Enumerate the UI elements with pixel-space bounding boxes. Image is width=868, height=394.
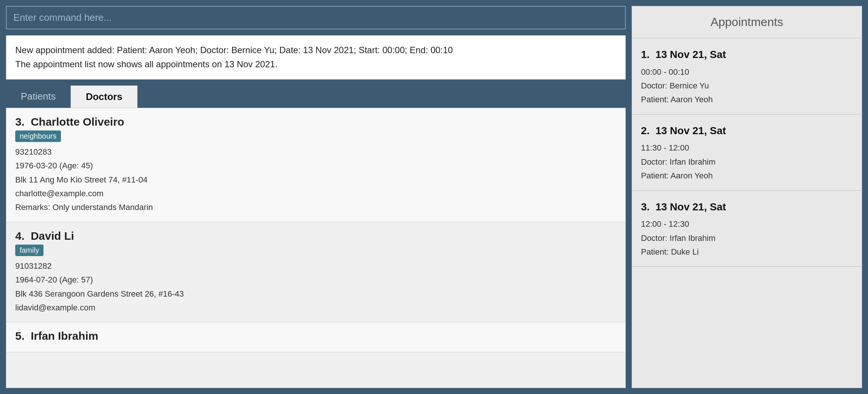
appointment-header: 1. 13 Nov 21, Sat bbox=[641, 46, 853, 64]
output-line2: The appointment list now shows all appoi… bbox=[15, 57, 616, 71]
appointment-item: 1. 13 Nov 21, Sat 00:00 - 00:10 Doctor: … bbox=[632, 38, 862, 114]
output-box: New appointment added: Patient: Aaron Ye… bbox=[6, 35, 626, 80]
list-item: 5. Irfan Ibrahim bbox=[6, 322, 625, 352]
doctor-detail: 91031282 bbox=[15, 259, 616, 273]
doctor-detail: 1964-07-20 (Age: 57) bbox=[15, 273, 616, 287]
tab-doctors[interactable]: Doctors bbox=[71, 85, 137, 108]
appointment-item: 3. 13 Nov 21, Sat 12:00 - 12:30 Doctor: … bbox=[632, 191, 862, 267]
appointment-patient: Patient: Aaron Yeoh bbox=[641, 169, 853, 183]
tabs: Patients Doctors bbox=[6, 85, 626, 108]
appointment-doctor: Doctor: Irfan Ibrahim bbox=[641, 155, 853, 169]
appointment-time: 11:30 - 12:00 bbox=[641, 141, 853, 155]
doctor-detail: Blk 436 Serangoon Gardens Street 26, #16… bbox=[15, 287, 616, 301]
doctor-detail: 93210283 bbox=[15, 145, 616, 159]
tab-patients[interactable]: Patients bbox=[6, 85, 71, 108]
appointment-patient: Patient: Aaron Yeoh bbox=[641, 93, 853, 106]
appointment-header: 3. 13 Nov 21, Sat bbox=[641, 198, 853, 216]
left-panel: New appointment added: Patient: Aaron Ye… bbox=[6, 6, 626, 388]
doctor-name: 3. Charlotte Oliveiro bbox=[15, 116, 616, 128]
doctor-tag: neighbours bbox=[15, 130, 61, 142]
command-input[interactable] bbox=[6, 6, 626, 29]
doctor-detail: lidavid@example.com bbox=[15, 301, 616, 314]
appointment-patient: Patient: Duke Li bbox=[641, 245, 853, 259]
appointment-time: 12:00 - 12:30 bbox=[641, 217, 853, 231]
doctors-list[interactable]: 3. Charlotte Oliveironeighbours932102831… bbox=[6, 108, 626, 388]
appointment-doctor: Doctor: Bernice Yu bbox=[641, 79, 853, 93]
doctor-detail: Remarks: Only understands Mandarin bbox=[15, 200, 616, 214]
doctor-detail: charlotte@example.com bbox=[15, 187, 616, 200]
appointment-header: 2. 13 Nov 21, Sat bbox=[641, 122, 853, 140]
doctor-tag: family bbox=[15, 245, 43, 256]
doctor-detail: 1976-03-20 (Age: 45) bbox=[15, 159, 616, 172]
appointment-time: 00:00 - 00:10 bbox=[641, 65, 853, 79]
doctor-name: 5. Irfan Ibrahim bbox=[15, 330, 616, 342]
appointments-list: 1. 13 Nov 21, Sat 00:00 - 00:10 Doctor: … bbox=[632, 38, 862, 267]
appointments-title: Appointments bbox=[632, 6, 862, 38]
tabs-and-list: Patients Doctors 3. Charlotte Oliveirone… bbox=[6, 85, 626, 388]
doctor-name: 4. David Li bbox=[15, 230, 616, 242]
right-panel: Appointments 1. 13 Nov 21, Sat 00:00 - 0… bbox=[632, 6, 862, 388]
list-item: 3. Charlotte Oliveironeighbours932102831… bbox=[6, 108, 625, 222]
appointment-doctor: Doctor: Irfan Ibrahim bbox=[641, 231, 853, 245]
list-item: 4. David Lifamily910312821964-07-20 (Age… bbox=[6, 222, 625, 323]
output-line1: New appointment added: Patient: Aaron Ye… bbox=[15, 43, 616, 57]
doctor-detail: Blk 11 Ang Mo Kio Street 74, #11-04 bbox=[15, 173, 616, 187]
appointment-item: 2. 13 Nov 21, Sat 11:30 - 12:00 Doctor: … bbox=[632, 114, 862, 191]
